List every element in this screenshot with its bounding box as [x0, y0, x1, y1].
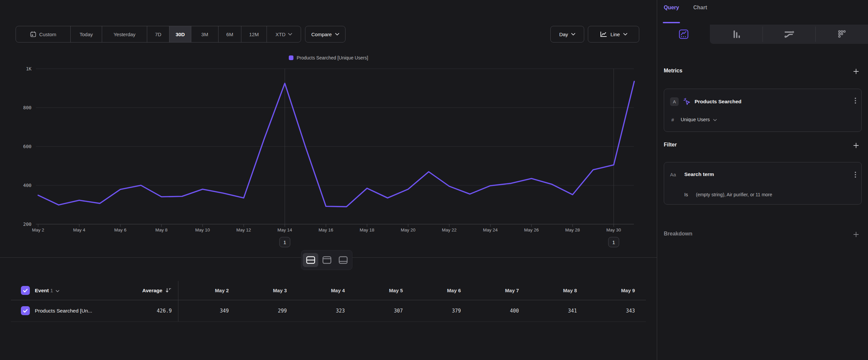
range-label: Yesterday — [114, 32, 135, 37]
range-6m[interactable]: 6M — [218, 26, 241, 42]
granularity-label: Day — [559, 32, 568, 37]
insights-chart-icon — [679, 29, 689, 39]
filter-card[interactable]: Aa Search term Is (empty string), Air pu… — [664, 162, 862, 204]
date-column-header[interactable]: May 7 — [466, 287, 519, 293]
measurement-dropdown[interactable]: Unique Users — [681, 117, 717, 122]
line-chart[interactable]: 2004006008001K11May 2May 4May 6May 8May … — [0, 65, 657, 252]
x-axis-label: May 14 — [278, 227, 292, 232]
annotation-count: 1 — [283, 240, 286, 245]
cell-value: 400 — [466, 308, 519, 314]
calendar-icon — [30, 31, 36, 37]
table-header-divider — [11, 300, 646, 300]
filter-operator[interactable]: Is — [684, 192, 688, 197]
table-column-divider — [178, 281, 178, 322]
tab-divider — [763, 27, 763, 42]
chevron-down-icon — [623, 33, 627, 35]
tab-chart[interactable]: Chart — [693, 5, 707, 10]
chart-type-label: Line — [610, 32, 620, 37]
metrics-section-title: Metrics — [664, 68, 682, 74]
metric-card[interactable]: A Products Searched # Unique Users — [664, 89, 862, 132]
event-header-dropdown[interactable]: Event 1 — [35, 287, 59, 294]
chevron-down-icon — [288, 33, 292, 35]
y-axis-label: 400 — [23, 183, 31, 188]
x-axis-label: May 10 — [195, 227, 210, 232]
average-sort-header[interactable]: Average — [118, 287, 171, 294]
tab-divider — [815, 27, 816, 42]
legend-label[interactable]: Products Searched [Unique Users] — [297, 55, 368, 60]
range-label: XTD — [276, 32, 285, 37]
tab-query[interactable]: Query — [664, 5, 679, 10]
range-12m[interactable]: 12M — [241, 26, 267, 42]
range-label: 3M — [201, 32, 208, 37]
select-all-checkbox[interactable] — [21, 286, 30, 295]
retention-grid-icon — [837, 29, 847, 39]
range-3m[interactable]: 3M — [191, 26, 218, 42]
series-line[interactable] — [38, 81, 634, 206]
tab-flows[interactable] — [763, 25, 815, 44]
compare-label: Compare — [311, 32, 332, 37]
sort-descending-icon — [165, 288, 171, 293]
string-property-icon: Aa — [670, 172, 676, 177]
chevron-down-icon — [713, 119, 717, 121]
date-column-header[interactable]: May 8 — [524, 287, 577, 293]
tab-funnels[interactable] — [710, 25, 763, 44]
date-column-header[interactable]: May 6 — [408, 287, 461, 293]
event-sparkle-cursor-icon — [683, 97, 691, 106]
event-header-label: Event — [35, 287, 49, 293]
cell-value: 323 — [292, 308, 345, 314]
date-range-group: CustomTodayYesterday7D30D3M6M12MXTD — [16, 26, 301, 43]
row-event-name[interactable]: Products Searched [Un... — [35, 308, 92, 314]
filter-value[interactable]: (empty string), Air purifier, or 11 more — [696, 192, 772, 197]
x-axis-label: May 6 — [114, 227, 127, 232]
range-label: Today — [80, 32, 93, 37]
filter-options-kebab[interactable] — [855, 172, 856, 178]
add-metric-button[interactable] — [853, 68, 859, 75]
y-axis-label: 800 — [23, 105, 31, 110]
cell-value: 307 — [350, 308, 403, 314]
chevron-down-icon — [571, 33, 575, 35]
table-row-divider — [11, 322, 646, 322]
granularity-button[interactable]: Day — [550, 26, 584, 43]
date-column-header[interactable]: May 5 — [350, 287, 403, 293]
add-breakdown-button[interactable] — [853, 231, 859, 238]
x-axis-label: May 30 — [607, 227, 621, 232]
date-column-header[interactable]: May 3 — [234, 287, 287, 293]
analysis-type-tabs — [657, 25, 868, 44]
filter-property-name[interactable]: Search term — [684, 171, 714, 177]
range-30d[interactable]: 30D — [169, 26, 191, 42]
row-average-value: 426.9 — [119, 308, 172, 314]
cell-value: 299 — [234, 308, 287, 314]
cell-value: 341 — [524, 308, 577, 314]
chart-type-button[interactable]: Line — [588, 26, 639, 43]
tab-insights[interactable] — [657, 25, 710, 44]
range-xtd[interactable]: XTD — [267, 26, 301, 42]
cell-value: 343 — [582, 308, 635, 314]
metric-name[interactable]: Products Searched — [694, 99, 741, 105]
legend-swatch — [289, 55, 293, 60]
tab-retention[interactable] — [815, 25, 868, 44]
add-filter-button[interactable] — [853, 142, 859, 149]
layout-split-view-button[interactable] — [303, 253, 318, 267]
y-axis-label: 600 — [23, 144, 31, 149]
annotation-count: 1 — [612, 240, 615, 245]
range-7d[interactable]: 7D — [147, 26, 169, 42]
table-only-icon — [339, 256, 348, 264]
x-axis-label: May 4 — [73, 227, 86, 232]
date-column-header[interactable]: May 2 — [176, 287, 229, 293]
metric-options-kebab[interactable] — [855, 98, 856, 104]
compare-button[interactable]: Compare — [305, 26, 345, 43]
row-checkbox[interactable] — [21, 306, 30, 315]
date-column-header[interactable]: May 4 — [292, 287, 345, 293]
range-custom[interactable]: Custom — [16, 26, 70, 42]
layout-table-only-button[interactable] — [335, 253, 351, 267]
range-yesterday[interactable]: Yesterday — [102, 26, 147, 42]
main-panel: CustomTodayYesterday7D30D3M6M12MXTD Comp… — [0, 0, 657, 360]
layout-chart-only-button[interactable] — [319, 253, 335, 267]
chart-legend: Products Searched [Unique Users] — [0, 55, 657, 60]
y-axis-label: 200 — [23, 222, 31, 227]
y-axis-label: 1K — [26, 66, 31, 72]
x-axis-label: May 26 — [524, 227, 539, 232]
range-today[interactable]: Today — [70, 26, 102, 42]
date-column-header[interactable]: May 9 — [582, 287, 635, 293]
range-label: 7D — [155, 32, 161, 37]
